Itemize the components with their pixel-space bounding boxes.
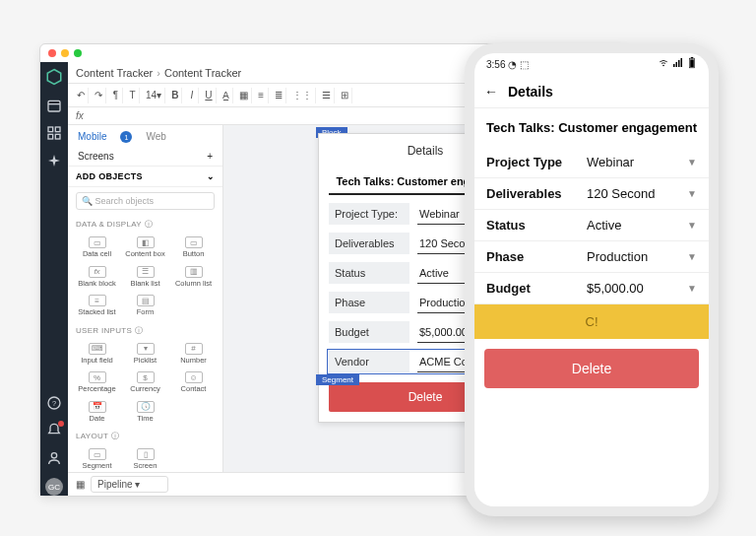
text-color-button[interactable]: A̲ [220, 88, 233, 103]
tile-number[interactable]: #Number [170, 340, 217, 368]
max-dot-icon[interactable] [74, 49, 82, 57]
min-dot-icon[interactable] [61, 49, 69, 57]
info-icon[interactable]: ⓘ [111, 431, 119, 441]
tab-web[interactable]: Web [146, 131, 165, 143]
object-panel: Mobile 1 Web Screens + ADD OBJECTS⌄ 🔍 Se… [68, 125, 223, 472]
breadcrumb-b[interactable]: Content Tracker [164, 67, 241, 79]
tile-contact[interactable]: ☺Contact [170, 368, 217, 396]
tile-button[interactable]: ▭Button [170, 234, 217, 261]
fill-color-button[interactable]: ▦ [236, 88, 252, 103]
svg-rect-5 [48, 134, 53, 139]
category-data-display: DATA & DISPLAY ⓘ [68, 215, 222, 232]
bell-icon[interactable] [46, 423, 62, 438]
avatar[interactable]: GC [45, 478, 63, 496]
svg-marker-0 [47, 70, 61, 85]
signal-icon [673, 58, 683, 70]
screens-label: Screens [78, 151, 114, 162]
undo-button[interactable]: ↶ [74, 88, 89, 103]
svg-rect-1 [48, 100, 60, 111]
search-objects-input[interactable]: 🔍 Search objects [76, 192, 215, 210]
phone-mock: 3:56 ◔ ⬚ ← Details Tech Talks: Customer … [465, 43, 719, 516]
list-button[interactable]: ☰ [319, 88, 335, 103]
redo-button[interactable]: ↷ [92, 88, 106, 103]
calendar-icon[interactable] [46, 98, 62, 113]
divider-icon: ¶ [109, 88, 123, 103]
svg-rect-4 [55, 127, 60, 132]
tile-stacked-list[interactable]: ≡Stacked list [74, 292, 120, 319]
tab-mobile[interactable]: Mobile [78, 131, 106, 143]
segment-tag[interactable]: Segment [316, 374, 359, 385]
svg-rect-15 [681, 58, 683, 67]
chevron-down-icon: ▼ [687, 220, 697, 231]
category-layout: LAYOUT ⓘ [68, 427, 222, 443]
phone-row-phase[interactable]: PhaseProduction▼ [474, 241, 709, 273]
phone-status-bar: 3:56 ◔ ⬚ [474, 53, 709, 75]
phone-row-budget[interactable]: Budget$5,000.00▼ [474, 273, 709, 304]
close-dot-icon[interactable] [48, 49, 56, 57]
phone-appbar-title: Details [508, 84, 553, 100]
sparkle-icon[interactable] [46, 153, 62, 168]
svg-rect-14 [678, 60, 680, 67]
link-button[interactable]: ⊞ [338, 88, 352, 103]
tile-content-box[interactable]: ◧Content box [122, 234, 168, 261]
breadcrumb-a[interactable]: Content Tracker [76, 67, 153, 79]
phone-row-deliverables[interactable]: Deliverables120 Second▼ [474, 178, 709, 210]
app-logo-icon[interactable] [45, 68, 63, 86]
svg-point-10 [51, 453, 56, 458]
svg-rect-6 [55, 134, 60, 139]
side-rail: ? GC [40, 62, 68, 496]
underline-button[interactable]: U [202, 88, 216, 103]
tile-form[interactable]: ▤Form [122, 292, 168, 319]
font-size[interactable]: 14 ▾ [143, 88, 165, 103]
svg-rect-17 [690, 59, 694, 67]
chevron-down-icon: ▼ [687, 188, 697, 199]
chevron-down-icon: ▼ [687, 283, 697, 294]
phone-row-status[interactable]: StatusActive▼ [474, 210, 709, 241]
info-icon[interactable]: ⓘ [135, 325, 143, 336]
pipeline-select[interactable]: Pipeline ▾ [91, 476, 168, 493]
tile-percentage[interactable]: %Percentage [74, 368, 120, 396]
user-icon[interactable] [46, 450, 62, 466]
category-user-inputs: USER INPUTS ⓘ [68, 321, 222, 338]
tile-column-list[interactable]: ▥Column list [170, 263, 217, 291]
align-vert-button[interactable]: ⋮⋮ [289, 88, 316, 103]
phone-row-project-type[interactable]: Project TypeWebinar▼ [474, 147, 709, 178]
info-icon[interactable]: ⓘ [145, 219, 153, 230]
tile-segment[interactable]: ▭Segment [74, 445, 120, 472]
tile-currency[interactable]: $Currency [122, 368, 168, 396]
phone-delete-button[interactable]: Delete [484, 349, 699, 388]
battery-icon [687, 57, 697, 71]
help-icon[interactable]: ? [46, 395, 62, 411]
tile-input-field[interactable]: ⌨Input field [74, 340, 120, 368]
add-objects-header[interactable]: ADD OBJECTS⌄ [68, 166, 222, 187]
add-screen-button[interactable]: + [207, 151, 213, 162]
bold-button[interactable]: B [168, 88, 182, 103]
grid-icon[interactable] [46, 125, 62, 141]
svg-point-11 [663, 65, 664, 66]
tile-data-cell[interactable]: ▭Data cell [74, 234, 120, 261]
phone-screen: 3:56 ◔ ⬚ ← Details Tech Talks: Customer … [474, 53, 709, 506]
align-center-button[interactable]: ≣ [272, 88, 286, 103]
phone-warning-banner[interactable]: C! [474, 304, 709, 339]
phone-appbar: ← Details [474, 75, 709, 108]
svg-text:?: ? [52, 399, 56, 408]
tile-blank-block[interactable]: fxBlank block [74, 263, 120, 291]
svg-rect-13 [676, 62, 678, 67]
tile-picklist[interactable]: ▾Picklist [122, 340, 168, 368]
phone-heading: Tech Talks: Customer engagement [474, 108, 709, 147]
align-left-button[interactable]: ≡ [255, 88, 269, 103]
svg-rect-3 [48, 127, 53, 132]
tile-date[interactable]: 📅Date [74, 398, 120, 426]
chevron-down-icon: ▼ [687, 157, 697, 168]
tile-screen[interactable]: ▯Screen [122, 445, 168, 472]
svg-rect-18 [691, 57, 693, 58]
chevron-down-icon: ⌄ [207, 171, 215, 181]
tile-time[interactable]: 🕔Time [122, 398, 168, 426]
back-icon[interactable]: ← [484, 84, 498, 100]
chevron-right-icon: › [157, 67, 160, 79]
font-picker[interactable]: T [126, 88, 140, 103]
italic-button[interactable]: I [185, 88, 199, 103]
tab-mobile-badge: 1 [120, 131, 132, 143]
sheet-icon[interactable]: ▦ [76, 479, 85, 490]
tile-blank-list[interactable]: ☰Blank list [122, 263, 168, 291]
